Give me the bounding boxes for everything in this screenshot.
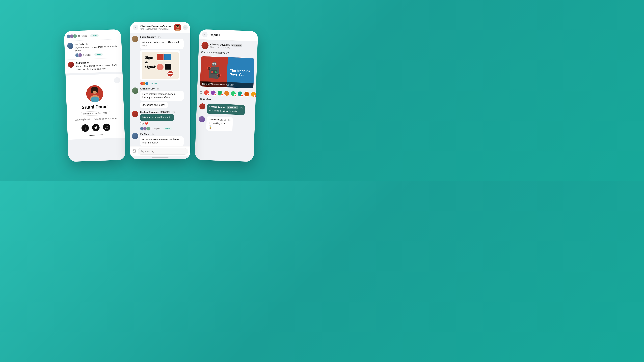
message-bubble: after your last review i HAD to read thi… [140,39,184,49]
svg-text:Signals: Signals [145,65,156,69]
video-title: The Machine Says Yes [230,68,251,77]
bubble-time: · 3m [150,133,154,135]
chat-input-bar [130,146,190,156]
scroll-indicator [90,135,103,136]
message-bubble: ok, who's seen a movie thats better than… [140,136,184,146]
susie-avatar [132,36,138,42]
message-author: Kai Nady [75,43,84,45]
kai-bubble-wrap: Kai Nady · 3m ok, who's seen a movie tha… [140,133,188,146]
creator-tag: CREATOR [160,111,170,113]
reactor-avatar-7 [244,91,250,97]
chelsea-bubble-wrap: Chelsea Devantez CREATOR · 3m lets start… [140,111,188,131]
heart-reaction: ❤️ [234,94,237,97]
svg-rect-35 [214,75,216,78]
facebook-link[interactable] [81,124,89,132]
reply-bubble-creator: Chelsea Devantez CREATOR · 3m who's had … [207,104,245,115]
svg-text:✕: ✕ [208,67,210,69]
chat-header: ‹ Chelsea Devantez's chat Chelsea Devant… [130,22,190,33]
bubble-time: · 3m [157,36,160,38]
creator-avatar [202,42,209,49]
heart-reaction: ❤️ [214,93,217,96]
message-group-susie: Susie Kennedy · 3m after your last revie… [132,36,188,85]
message-author: Sruthi Daniel [76,61,89,64]
avatar-stack-item [78,53,82,57]
chat-header-info: Chelsea Devantez's chat Chelsea Devantez… [140,25,172,30]
message-bubble-creator: lets start a thread for nonfic! [140,114,174,121]
svg-point-9 [107,126,108,127]
kai-nady-avatar [67,43,73,49]
bubble-time: · 3m [156,88,160,90]
add-reaction-button[interactable] [200,90,202,95]
replies-count: 12 replies [151,127,160,130]
message-content: Sruthi Daniel 3m Pirates of the Caribbea… [76,60,120,71]
replies-count: 2 replies [83,53,92,56]
chelsea-avatar [132,111,138,117]
message-content: Kai Nady 3m ok, who's seen a movie thats… [75,41,119,57]
profile-bio: Learning how to read one book at a time [74,117,116,121]
creator-badge: CREATOR [227,106,238,109]
message-input[interactable] [138,148,188,155]
center-phone: ‹ Chelsea Devantez's chat Chelsea Devant… [130,22,190,159]
svg-text:&: & [145,60,148,64]
reply-row-gabrielle: Gabrielle Samson · 3m still working on i… [196,115,255,134]
reply-time: · 3m [227,119,230,121]
message-sruthi[interactable]: Sruthi Daniel 3m Pirates of the Caribbea… [65,58,122,73]
message-kai-nady[interactable]: Kai Nady 3m ok, who's seen a movie thats… [64,39,122,60]
instagram-link[interactable] [103,123,110,131]
reply-row-chelsea: Chelsea Devantez CREATOR · 3m who's had … [196,102,256,116]
chat-messages: Susie Kennedy · 3m after your last revie… [130,33,190,146]
svg-rect-19 [157,54,164,60]
svg-point-21 [157,64,164,70]
message-time: 3m [86,43,88,45]
image-attach-button[interactable] [132,149,136,154]
profile-card: ··· [66,73,125,140]
chat-subtitle[interactable]: Chelsea Devantez · View Details [140,28,172,30]
creator-badge: CREATOR [231,44,242,46]
svg-point-8 [106,127,107,128]
reply-emoji: ⌛ [209,125,230,130]
kai-avatar [132,133,138,139]
bubble-time: · 3m [172,111,175,113]
svg-text:✕: ✕ [218,74,220,77]
svg-rect-34 [211,75,213,78]
reply-avatar-chelsea [199,103,206,109]
svg-point-26 [133,150,134,151]
reactor-avatar-9 [258,92,258,97]
svg-rect-20 [164,54,171,60]
back-button[interactable]: ‹ [202,32,208,37]
reply-bubble-user: Gabrielle Samson · 3m still working on i… [206,116,233,132]
twitter-link[interactable] [92,124,100,132]
new-badge: 3 New [90,34,98,37]
replies-count: 12 replies [78,34,88,37]
new-badge: 1 New [94,53,103,56]
heart-reaction: ❤️ [220,93,224,96]
chat-header-avatar [174,24,181,31]
video-thumbnail[interactable]: ✕ ✕ ▶ 18:03 The Machine Says Yes I revie… [200,56,254,88]
svg-point-13 [176,25,179,27]
message-bubble-1: I love celebrity memoirs, but am looking… [140,91,184,101]
home-indicator [152,158,168,158]
message-emoji: 💬 ❤️ [140,122,188,125]
svg-rect-22 [165,64,171,69]
replies-title: Replies [210,33,220,37]
profile-avatar [86,85,103,102]
new-badge: 3 New [163,127,172,130]
reply-time: · 3m [239,107,243,109]
bubble-author: Kai Nady [140,133,150,135]
message-time: 3m [90,61,93,64]
book-image-bubble: Signs & Signals [140,50,180,80]
replies-link[interactable]: 2 replies [150,82,157,85]
creator-info: Chelsea Devantez CREATOR May 21, 2023 2:… [210,43,255,50]
heart-reaction: ❤️ [241,94,244,97]
arlene-bubble-wrap: Arlene McCoy · 3m I love celebrity memoi… [140,87,188,108]
profile-menu-button[interactable]: ··· [114,77,120,83]
message-bubble-2: @Chelsea any reccs? [140,102,168,108]
svg-text:Signs: Signs [145,55,154,59]
reply-text: still working on it! [209,121,230,125]
back-button[interactable]: ‹ [133,25,138,30]
left-phone: 12 replies · 3 New Kai Nady 3m ok, who's… [64,29,126,162]
more-options-button[interactable]: ··· [183,25,188,30]
reply-author: Chelsea Devantez [209,105,226,109]
reply-author: Gabrielle Samson [209,118,226,121]
heart-reaction: ❤️ [254,94,257,97]
